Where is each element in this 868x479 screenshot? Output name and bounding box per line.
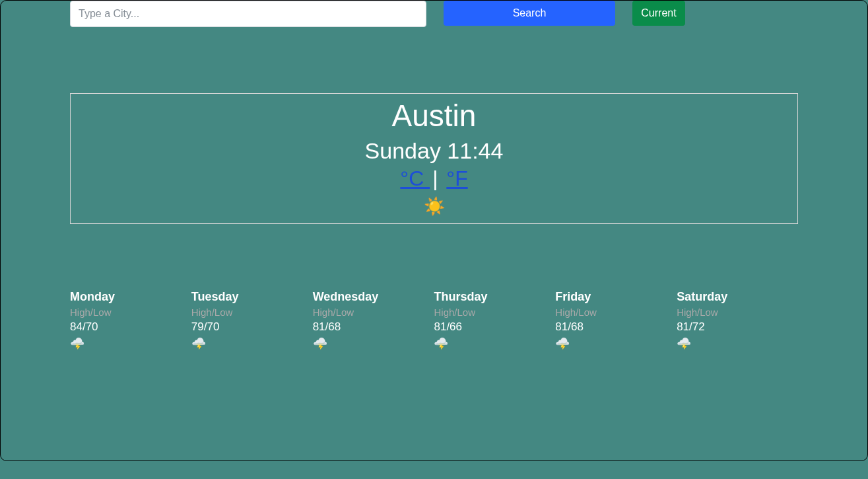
forecast-weather-icon: 🌩️ bbox=[677, 336, 798, 351]
forecast-highlow-label: High/Low bbox=[191, 307, 313, 318]
forecast-temps: 84/70 bbox=[70, 320, 191, 334]
forecast-day-label: Wednesday bbox=[313, 290, 434, 304]
city-name: Austin bbox=[71, 98, 797, 134]
current-day-time: Sunday 11:44 bbox=[71, 138, 797, 164]
search-button[interactable]: Search bbox=[444, 1, 615, 26]
forecast-temps: 81/68 bbox=[555, 320, 677, 334]
forecast-day-wednesday: Wednesday High/Low 81/68 🌩️ bbox=[313, 290, 434, 351]
unit-celsius-link[interactable]: °C bbox=[400, 166, 430, 190]
forecast-highlow-label: High/Low bbox=[555, 307, 677, 318]
current-location-button[interactable]: Current bbox=[632, 1, 685, 26]
forecast-day-thursday: Thursday High/Low 81/66 🌩️ bbox=[434, 290, 555, 351]
unit-separator: | bbox=[432, 166, 444, 190]
current-weather-panel: Austin Sunday 11:44 °C | °F ☀️ bbox=[70, 93, 798, 224]
forecast-temps: 81/72 bbox=[677, 320, 798, 334]
city-search-input[interactable] bbox=[70, 1, 426, 27]
forecast-day-label: Tuesday bbox=[191, 290, 313, 304]
forecast-weather-icon: 🌩️ bbox=[191, 336, 313, 351]
forecast-day-friday: Friday High/Low 81/68 🌩️ bbox=[555, 290, 677, 351]
forecast-highlow-label: High/Low bbox=[70, 307, 191, 318]
forecast-highlow-label: High/Low bbox=[313, 307, 434, 318]
forecast-temps: 79/70 bbox=[191, 320, 313, 334]
forecast-day-saturday: Saturday High/Low 81/72 🌩️ bbox=[677, 290, 798, 351]
forecast-day-label: Thursday bbox=[434, 290, 555, 304]
forecast-weather-icon: 🌩️ bbox=[434, 336, 555, 351]
forecast-day-label: Monday bbox=[70, 290, 191, 304]
forecast-weather-icon: 🌩️ bbox=[555, 336, 677, 351]
forecast-row: Monday High/Low 84/70 🌩️ Tuesday High/Lo… bbox=[70, 290, 798, 351]
forecast-day-tuesday: Tuesday High/Low 79/70 🌩️ bbox=[191, 290, 313, 351]
forecast-weather-icon: 🌩️ bbox=[70, 336, 191, 351]
forecast-highlow-label: High/Low bbox=[434, 307, 555, 318]
forecast-day-monday: Monday High/Low 84/70 🌩️ bbox=[70, 290, 191, 351]
forecast-day-label: Saturday bbox=[677, 290, 798, 304]
current-weather-icon: ☀️ bbox=[71, 196, 797, 217]
unit-fahrenheit-link[interactable]: °F bbox=[446, 166, 467, 190]
unit-toggle-row: °C | °F bbox=[71, 166, 797, 191]
forecast-weather-icon: 🌩️ bbox=[313, 336, 434, 351]
forecast-day-label: Friday bbox=[555, 290, 677, 304]
forecast-highlow-label: High/Low bbox=[677, 307, 798, 318]
weather-app: Search Current Austin Sunday 11:44 °C | … bbox=[0, 0, 868, 461]
search-row: Search Current bbox=[70, 1, 798, 27]
forecast-temps: 81/68 bbox=[313, 320, 434, 334]
forecast-temps: 81/66 bbox=[434, 320, 555, 334]
